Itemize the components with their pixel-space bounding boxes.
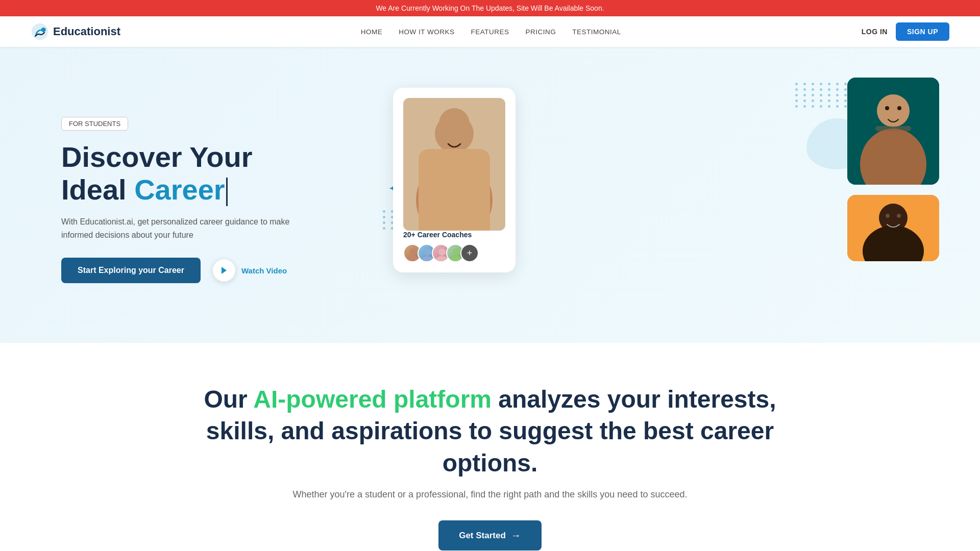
- svg-point-0: [32, 23, 48, 40]
- hero-left: FOR STUDENTS Discover Your Ideal Career …: [61, 117, 378, 284]
- svg-point-6: [459, 129, 464, 134]
- nav-pricing[interactable]: PRICING: [526, 28, 556, 36]
- nav-home[interactable]: HOME: [361, 28, 383, 36]
- svg-point-8: [410, 248, 417, 256]
- banner-text: We Are Currently Working On The Updates,…: [376, 4, 604, 12]
- explore-career-button[interactable]: Start Exploring your Career: [61, 258, 201, 283]
- hero-person-main-image: [403, 98, 505, 231]
- nav-testimonial[interactable]: TESTIMONIAL: [572, 28, 621, 36]
- svg-point-11: [422, 256, 434, 262]
- svg-rect-21: [875, 126, 911, 131]
- nav-links: HOME HOW IT WORKS FEATURES PRICING TESTI…: [361, 27, 621, 36]
- svg-point-4: [416, 159, 493, 231]
- arrow-right-icon: →: [511, 530, 521, 541]
- for-students-badge: FOR STUDENTS: [61, 117, 128, 131]
- logo-text: Educationist: [53, 25, 120, 38]
- svg-point-12: [438, 248, 446, 256]
- ai-section: Our AI-powered platform analyzes your in…: [0, 343, 980, 551]
- hero-section: FOR STUDENTS Discover Your Ideal Career …: [0, 47, 980, 343]
- nav-auth: LOG IN SIGN UP: [862, 22, 949, 41]
- logo-icon: [31, 22, 49, 41]
- ai-section-subtitle: Whether you're a student or a profession…: [61, 489, 919, 500]
- hero-person-bottom-right: [847, 195, 939, 261]
- svg-point-20: [897, 106, 901, 110]
- svg-point-26: [897, 214, 901, 218]
- svg-rect-7: [419, 164, 490, 231]
- signup-button[interactable]: SIGN UP: [896, 22, 949, 41]
- hero-title: Discover Your Ideal Career: [61, 141, 378, 207]
- svg-point-19: [885, 106, 889, 110]
- ai-title-prefix: Our: [204, 386, 253, 413]
- nav-how-it-works[interactable]: HOW IT WORKS: [399, 28, 454, 36]
- hero-description: With Educationist.ai, get personalized c…: [61, 215, 306, 241]
- svg-point-1: [41, 28, 46, 32]
- svg-point-25: [886, 214, 890, 218]
- svg-point-13: [436, 256, 448, 262]
- hero-actions: Start Exploring your Career Watch Video: [61, 258, 378, 283]
- svg-point-5: [444, 129, 449, 134]
- person-silhouette-main: [403, 98, 505, 231]
- navbar: Educationist HOME HOW IT WORKS FEATURES …: [0, 16, 980, 47]
- coaches-avatars: +: [403, 244, 505, 262]
- coaches-more-icon: +: [460, 244, 479, 262]
- top-banner: We Are Currently Working On The Updates,…: [0, 0, 980, 16]
- ai-title-highlight: AI-powered platform: [253, 386, 492, 413]
- hero-person-top-right: [847, 78, 939, 185]
- svg-point-15: [450, 256, 462, 262]
- svg-point-10: [424, 248, 431, 256]
- svg-point-14: [453, 248, 460, 256]
- hero-right: (function(){ var container = document.cu…: [378, 78, 939, 322]
- hero-card: 20+ Career Coaches +: [393, 88, 516, 272]
- ai-section-title: Our AI-powered platform analyzes your in…: [61, 384, 919, 479]
- logo[interactable]: Educationist: [31, 22, 120, 41]
- get-started-label: Get Started: [459, 531, 506, 541]
- svg-point-9: [407, 256, 420, 262]
- get-started-button[interactable]: Get Started →: [438, 520, 542, 550]
- login-button[interactable]: LOG IN: [862, 28, 888, 36]
- nav-features[interactable]: FEATURES: [471, 28, 509, 36]
- watch-video-button[interactable]: Watch Video: [213, 259, 287, 282]
- play-icon: [213, 259, 235, 282]
- coaches-label: 20+ Career Coaches: [403, 231, 505, 239]
